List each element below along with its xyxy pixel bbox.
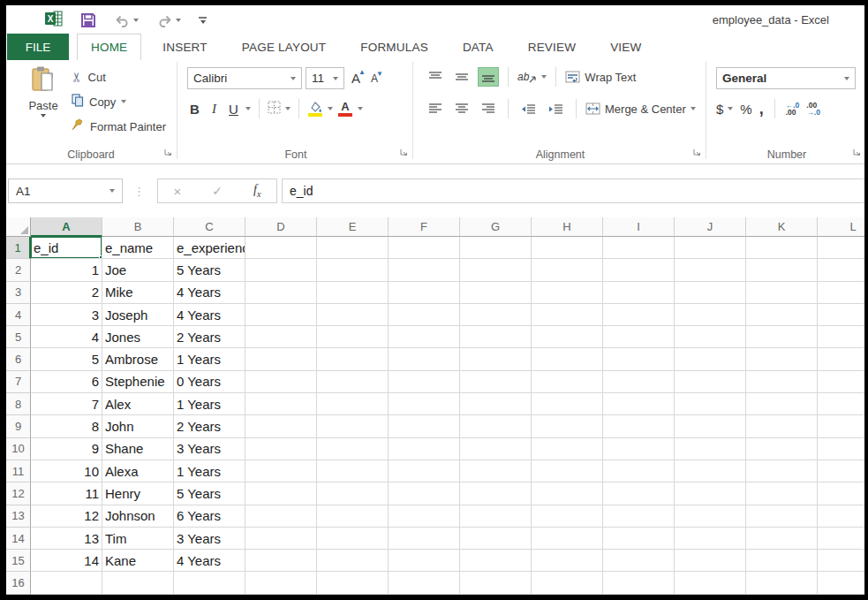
tab-view[interactable]: VIEW [597, 34, 654, 60]
cell-I6[interactable] [603, 348, 675, 370]
cell-H5[interactable] [532, 326, 603, 348]
cell-A13[interactable]: 12 [31, 505, 102, 528]
cell-K15[interactable] [746, 550, 818, 572]
column-header-K[interactable]: K [746, 217, 818, 237]
align-right-button[interactable] [478, 99, 499, 118]
cell-E6[interactable] [317, 348, 389, 370]
cell-C3[interactable]: 4 Years [174, 282, 245, 304]
cell-L5[interactable] [818, 326, 864, 348]
cell-F5[interactable] [389, 326, 460, 348]
cell-L13[interactable] [818, 505, 864, 528]
cell-H9[interactable] [532, 415, 603, 437]
cell-I2[interactable] [603, 259, 675, 281]
row-header-16[interactable]: 16 [6, 572, 31, 594]
cell-C13[interactable]: 6 Years [174, 505, 245, 528]
cell-I9[interactable] [603, 415, 675, 437]
cell-E5[interactable] [317, 326, 389, 348]
row-header-11[interactable]: 11 [6, 460, 31, 482]
cell-A14[interactable]: 13 [31, 528, 102, 550]
column-header-I[interactable]: I [603, 217, 675, 237]
cell-I10[interactable] [603, 438, 675, 460]
cell-D15[interactable] [245, 550, 317, 572]
cell-A3[interactable]: 2 [31, 282, 102, 304]
cell-K3[interactable] [746, 282, 818, 304]
underline-dropdown-arrow[interactable] [245, 107, 251, 110]
cell-F3[interactable] [389, 282, 460, 304]
cell-F1[interactable] [389, 237, 460, 259]
cell-F2[interactable] [389, 259, 460, 281]
number-format-dropdown-arrow[interactable] [844, 77, 849, 80]
cell-D10[interactable] [245, 438, 317, 460]
middle-align-button[interactable] [451, 67, 472, 87]
fill-color-button[interactable] [307, 102, 323, 117]
cell-C4[interactable]: 4 Years [174, 304, 245, 326]
cell-K13[interactable] [746, 505, 818, 528]
font-size-combobox[interactable]: 11 [306, 67, 344, 89]
cell-B3[interactable]: Mike [102, 282, 174, 304]
undo-dropdown-arrow[interactable] [133, 19, 139, 22]
cell-G3[interactable] [460, 282, 532, 304]
cell-F4[interactable] [389, 304, 460, 326]
cell-I13[interactable] [603, 505, 675, 528]
increase-decimal-button[interactable]: ←.0 .00 [786, 102, 800, 116]
accounting-format-button[interactable]: $ [716, 102, 733, 117]
cell-L10[interactable] [818, 438, 864, 460]
row-header-13[interactable]: 13 [6, 505, 31, 528]
tab-review[interactable]: REVIEW [515, 34, 589, 60]
column-header-L[interactable]: L [818, 217, 864, 237]
cell-C12[interactable]: 5 Years [174, 482, 245, 505]
cell-L12[interactable] [818, 482, 864, 505]
cell-K10[interactable] [746, 438, 818, 460]
cell-C11[interactable]: 1 Years [174, 460, 245, 482]
cell-H8[interactable] [532, 393, 603, 415]
cell-K1[interactable] [746, 237, 818, 259]
cell-L7[interactable] [818, 371, 864, 393]
cell-E3[interactable] [317, 282, 389, 304]
tab-formulas[interactable]: FORMULAS [347, 34, 442, 60]
cell-E13[interactable] [317, 505, 389, 528]
cell-L9[interactable] [818, 415, 864, 437]
cell-D12[interactable] [245, 482, 317, 505]
row-header-4[interactable]: 4 [6, 304, 31, 326]
cell-L15[interactable] [818, 550, 864, 572]
cell-J1[interactable] [675, 237, 746, 259]
cell-I7[interactable] [603, 371, 675, 393]
clipboard-dialog-launcher[interactable] [163, 144, 172, 160]
cell-J16[interactable] [675, 572, 746, 594]
formula-input[interactable]: e_id [282, 178, 864, 203]
cell-D6[interactable] [245, 348, 317, 370]
cell-J3[interactable] [675, 282, 746, 304]
cell-G6[interactable] [460, 348, 532, 370]
cell-D9[interactable] [245, 415, 317, 437]
cell-K7[interactable] [746, 371, 818, 393]
cell-L11[interactable] [818, 460, 864, 482]
copy-dropdown-arrow[interactable] [121, 100, 126, 103]
cell-B9[interactable]: John [102, 415, 174, 437]
cell-J2[interactable] [675, 259, 746, 281]
cell-A1[interactable]: e_id [31, 237, 102, 259]
cell-H13[interactable] [532, 505, 603, 528]
cell-I1[interactable] [603, 237, 675, 259]
cell-D14[interactable] [245, 528, 317, 550]
column-header-J[interactable]: J [675, 217, 746, 237]
cell-F12[interactable] [389, 482, 460, 505]
copy-button[interactable]: Copy [72, 92, 166, 111]
cell-L4[interactable] [818, 304, 864, 326]
row-header-12[interactable]: 12 [6, 482, 31, 505]
cell-F14[interactable] [389, 528, 460, 550]
cell-C2[interactable]: 5 Years [174, 259, 245, 281]
cell-J6[interactable] [675, 348, 746, 370]
cell-F10[interactable] [389, 438, 460, 460]
cell-D7[interactable] [245, 371, 317, 393]
cell-C9[interactable]: 2 Years [174, 415, 245, 437]
cell-L6[interactable] [818, 348, 864, 370]
fill-color-dropdown-arrow[interactable] [328, 107, 333, 110]
cell-C14[interactable]: 3 Years [174, 528, 245, 550]
orientation-button[interactable]: ab [517, 71, 547, 83]
row-header-3[interactable]: 3 [6, 282, 31, 304]
cell-D3[interactable] [245, 282, 317, 304]
cell-A10[interactable]: 9 [31, 438, 102, 460]
column-header-H[interactable]: H [532, 217, 603, 237]
orientation-dropdown-arrow[interactable] [541, 75, 547, 79]
redo-dropdown-arrow[interactable] [176, 19, 181, 22]
